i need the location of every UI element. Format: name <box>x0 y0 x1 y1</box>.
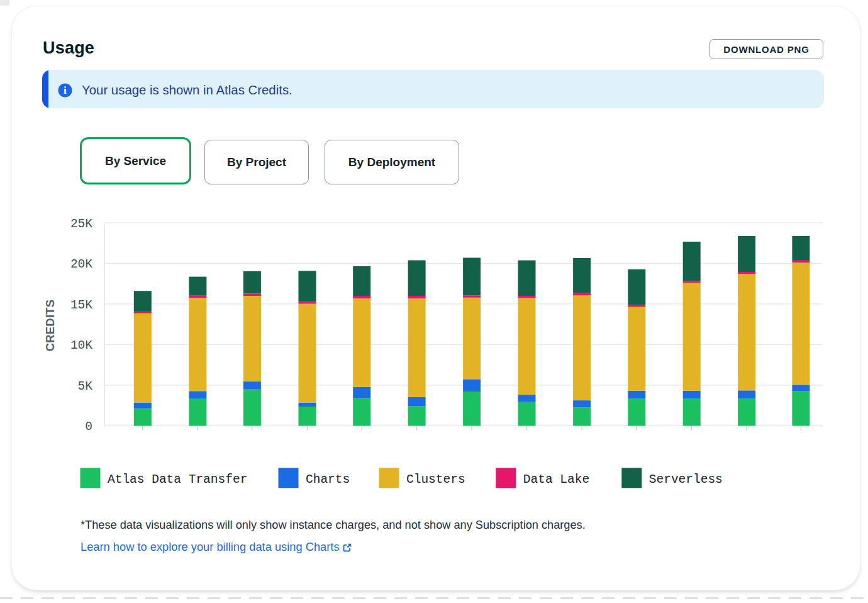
svg-text:Serverless: Serverless <box>649 473 723 487</box>
svg-text:Clusters: Clusters <box>406 473 465 487</box>
svg-text:5K: 5K <box>78 380 93 393</box>
svg-text:20K: 20K <box>70 257 92 271</box>
svg-text:Atlas Data Transfer: Atlas Data Transfer <box>108 473 247 487</box>
svg-text:25K: 25K <box>70 217 92 231</box>
svg-text:0: 0 <box>85 420 92 434</box>
svg-text:CREDITS: CREDITS <box>43 300 57 352</box>
svg-text:Data Lake: Data Lake <box>523 473 589 487</box>
svg-text:10K: 10K <box>70 339 92 352</box>
svg-text:15K: 15K <box>70 298 92 312</box>
svg-text:Charts: Charts <box>306 473 350 487</box>
